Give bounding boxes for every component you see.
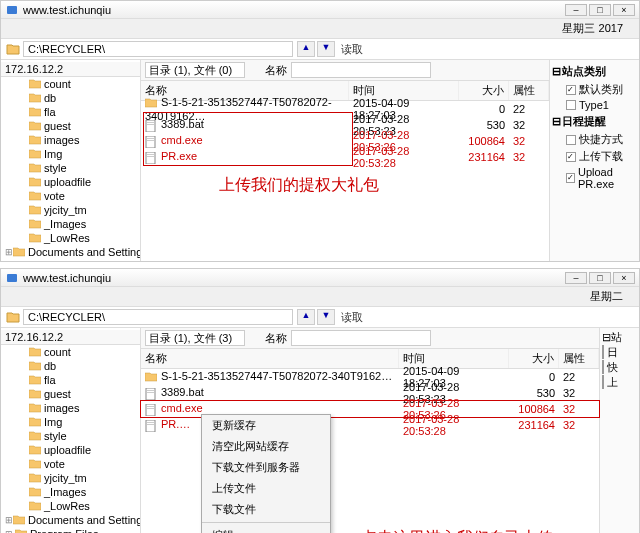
tree-item[interactable]: uploadfile (1, 175, 140, 189)
tree-item[interactable]: _LowRes (1, 231, 140, 245)
filter-input[interactable] (145, 330, 245, 346)
bottom-panel: www.test.ichunqiu – □ × 星期二 ▲ ▼ 读取 172.1… (0, 268, 640, 533)
close-button[interactable]: × (613, 272, 635, 284)
filter-input[interactable] (145, 62, 245, 78)
folder-icon (29, 361, 41, 371)
name-filter-input[interactable] (291, 330, 431, 346)
context-menu-item[interactable]: 下载文件 (202, 499, 330, 520)
context-menu-item[interactable]: 清空此网站缓存 (202, 436, 330, 457)
read-button[interactable]: 读取 (335, 310, 369, 325)
tree-item[interactable]: ⊞Documents and Settings (1, 513, 140, 527)
close-button[interactable]: × (613, 4, 635, 16)
folder-icon (29, 93, 41, 103)
path-input[interactable] (23, 41, 293, 57)
side-item[interactable]: 快捷方式 (552, 131, 637, 148)
tree-item[interactable]: Img (1, 415, 140, 429)
tree-item[interactable]: count (1, 77, 140, 91)
nav-up-button[interactable]: ▲ (297, 309, 315, 325)
side-item[interactable]: 默认类别 (552, 81, 637, 98)
minimize-button[interactable]: – (565, 272, 587, 284)
read-button[interactable]: 读取 (335, 42, 369, 57)
tree-item[interactable]: fla (1, 373, 140, 387)
file-icon (145, 404, 157, 416)
side-item[interactable]: Type1 (552, 98, 637, 112)
tree-item[interactable]: guest (1, 387, 140, 401)
tree-item[interactable]: images (1, 133, 140, 147)
folder-tree[interactable]: 172.16.12.2 countdbflaguestimagesImgstyl… (1, 328, 141, 533)
side-item[interactable]: 日 (602, 345, 637, 360)
file-size: 0 (509, 371, 559, 383)
side-hdr-icon: 站 (611, 331, 622, 343)
tree-item[interactable]: yjcity_tm (1, 471, 140, 485)
file-row[interactable]: 3389.bat2017-03-28 20:53:2353032 (141, 385, 599, 401)
file-icon (145, 420, 157, 432)
checkbox-icon[interactable] (566, 173, 575, 183)
context-menu[interactable]: 更新缓存清空此网站缓存下载文件到服务器上传文件下载文件编辑删除复制重命名修改文件… (201, 414, 331, 533)
svg-rect-10 (7, 274, 17, 282)
tree-item[interactable]: db (1, 91, 140, 105)
file-attr: 32 (559, 419, 599, 431)
maximize-button[interactable]: □ (589, 4, 611, 16)
svg-rect-0 (7, 6, 17, 14)
context-menu-item[interactable]: 更新缓存 (202, 415, 330, 436)
folder-tree[interactable]: 172.16.12.2 countdbflaguestimagesImgstyl… (1, 60, 141, 261)
tree-item[interactable]: count (1, 345, 140, 359)
tree-item[interactable]: uploadfile (1, 443, 140, 457)
tree-item[interactable]: vote (1, 457, 140, 471)
nav-up-button[interactable]: ▲ (297, 41, 315, 57)
pathbar: ▲ ▼ 读取 (1, 307, 639, 328)
checkbox-icon[interactable] (566, 135, 576, 145)
folder-icon (29, 403, 41, 413)
tree-item[interactable]: Img (1, 147, 140, 161)
side-item[interactable]: Upload PR.exe (552, 165, 637, 191)
tree-item[interactable]: yjcity_tm (1, 203, 140, 217)
path-input[interactable] (23, 309, 293, 325)
tree-item[interactable]: guest (1, 119, 140, 133)
checkbox-icon[interactable] (566, 152, 576, 162)
tree-item[interactable]: _Images (1, 217, 140, 231)
checkbox-icon[interactable] (602, 360, 604, 374)
col-size[interactable]: 大小 (509, 349, 559, 368)
col-attr[interactable]: 属性 (559, 349, 599, 368)
folder-icon (15, 529, 27, 533)
context-menu-item[interactable]: 下载文件到服务器 (202, 457, 330, 478)
tree-item[interactable]: images (1, 401, 140, 415)
context-menu-item[interactable]: 编辑 (202, 525, 330, 533)
maximize-button[interactable]: □ (589, 272, 611, 284)
svg-rect-19 (147, 424, 154, 425)
tree-item[interactable]: vote (1, 189, 140, 203)
checkbox-icon[interactable] (566, 85, 576, 95)
svg-rect-17 (146, 420, 155, 432)
col-size[interactable]: 大小 (459, 81, 509, 100)
file-attr: 22 (509, 103, 549, 115)
side-item[interactable]: 快 (602, 360, 637, 375)
tree-item[interactable]: _LowRes (1, 499, 140, 513)
tree-item[interactable]: fla (1, 105, 140, 119)
checkbox-icon[interactable] (602, 375, 604, 389)
file-time: 2017-03-28 20:53:28 (349, 145, 459, 169)
checkbox-icon[interactable] (602, 345, 604, 359)
side-header[interactable]: 站点类别 (562, 64, 606, 79)
tree-item[interactable]: ⊞Program Files (1, 527, 140, 533)
col-attr[interactable]: 属性 (509, 81, 549, 100)
tree-item[interactable]: _Images (1, 485, 140, 499)
minimize-button[interactable]: – (565, 4, 587, 16)
nav-dropdown-button[interactable]: ▼ (317, 309, 335, 325)
side-item[interactable]: 上 (602, 375, 637, 390)
tab-title: www.test.ichunqiu (23, 4, 111, 16)
context-menu-item[interactable]: 上传文件 (202, 478, 330, 499)
name-filter-input[interactable] (291, 62, 431, 78)
side-panel: ⊟站点类别 默认类别Type1 ⊟日程提醒 快捷方式上传下载Upload PR.… (549, 60, 639, 261)
tree-item[interactable]: style (1, 429, 140, 443)
checkbox-icon[interactable] (566, 100, 576, 110)
side-item[interactable]: 上传下载 (552, 148, 637, 165)
tree-item[interactable]: style (1, 161, 140, 175)
file-list-area: 名称 名称 时间 大小 属性 S-1-5-21-3513527447-T5078… (141, 60, 549, 261)
nav-dropdown-button[interactable]: ▼ (317, 41, 335, 57)
folder-icon (29, 431, 41, 441)
col-name[interactable]: 名称 (141, 349, 399, 368)
file-row[interactable]: S-1-5-21-3513527447-T50782072-340T9162…2… (141, 369, 599, 385)
tree-item[interactable]: ⊞Documents and Settings (1, 245, 140, 259)
tree-item[interactable]: db (1, 359, 140, 373)
side-header2[interactable]: 日程提醒 (562, 114, 606, 129)
